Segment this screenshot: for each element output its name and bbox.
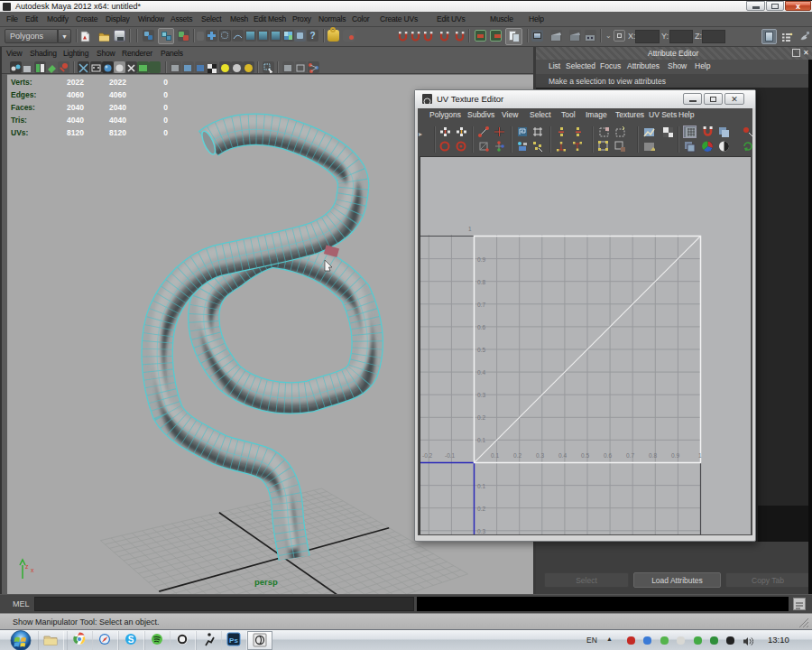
svg-text:z: z bbox=[25, 563, 29, 570]
svg-text:S: S bbox=[128, 635, 134, 645]
svg-text:x: x bbox=[31, 567, 34, 573]
svg-text:Ps: Ps bbox=[229, 636, 238, 645]
